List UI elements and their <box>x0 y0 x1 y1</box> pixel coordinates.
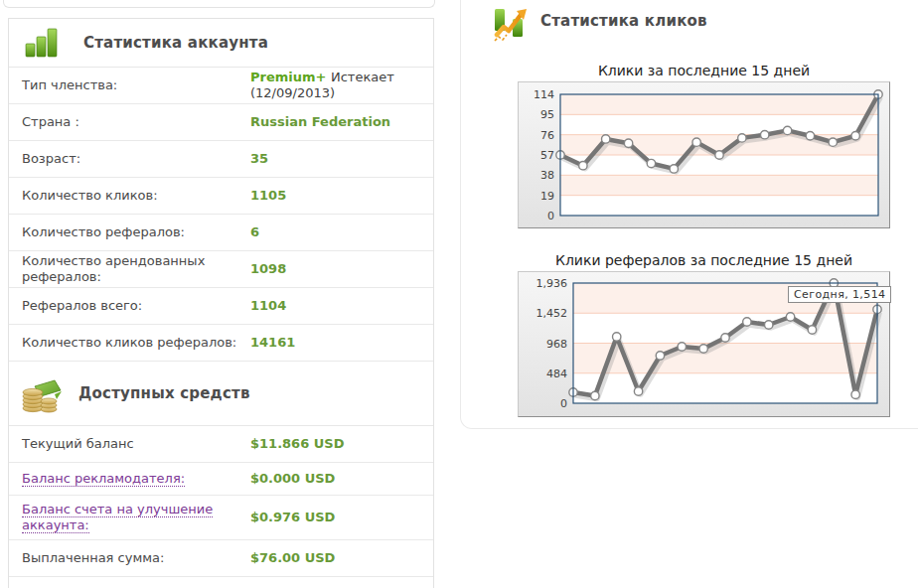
svg-text:1,936: 1,936 <box>536 277 568 290</box>
previous-panel-bottom-edge <box>3 0 435 8</box>
chart-title: Клики рефералов за последние 15 дней <box>518 251 890 271</box>
trend-chart-icon <box>491 3 531 43</box>
stat-value: 1104 <box>250 298 423 314</box>
funds-row-upgrade-balance: Баланс счета на улучшение аккаунта: $0.9… <box>9 496 433 540</box>
upgrade-balance-link[interactable]: Баланс счета на улучшение аккаунта: <box>22 502 213 533</box>
stat-label: Количество арендованных рефералов: <box>22 253 250 285</box>
svg-text:968: 968 <box>546 338 567 351</box>
stat-row-clicks: Количество кликов: 1105 <box>9 178 433 215</box>
funds-header: Доступных средств <box>9 362 433 426</box>
account-stats-panel: Статистика аккаунта Тип членства: Premiu… <box>8 18 434 588</box>
chart-title: Клики за последние 15 дней <box>518 62 890 81</box>
svg-text:0: 0 <box>547 210 554 222</box>
svg-text:1,452: 1,452 <box>536 307 568 320</box>
funds-row-balance: Текущий баланс $11.866 USD <box>9 426 433 463</box>
clicks-line-chart[interactable]: 11495765738190 <box>518 81 890 228</box>
stat-label: Количество кликов рефералов: <box>22 335 250 351</box>
stat-value: 6 <box>250 224 423 240</box>
stat-label: Рефералов всего: <box>22 298 250 314</box>
stat-row-membership: Тип членства: Premium+ Истекает (12/09/2… <box>9 68 433 104</box>
stat-row-referral-clicks: Количество кликов рефералов: 14161 <box>9 325 433 362</box>
chart-referral-clicks-15-days: Клики рефералов за последние 15 дней 1,9… <box>518 251 890 417</box>
stat-value: 14161 <box>250 335 423 351</box>
funds-title: Доступных средств <box>78 384 250 402</box>
stat-value: 1105 <box>250 188 423 204</box>
svg-text:76: 76 <box>540 129 554 142</box>
chart-clicks-15-days: Клики за последние 15 дней 1149576573819… <box>518 62 890 228</box>
account-stats-header: Статистика аккаунта <box>9 19 433 68</box>
svg-text:38: 38 <box>540 169 554 182</box>
account-stats-title: Статистика аккаунта <box>83 34 268 52</box>
stat-value: 1098 <box>250 261 423 277</box>
stat-row-rented-referrals: Количество арендованных рефералов: 1098 <box>9 251 433 288</box>
chart-tooltip: Сегодня, 1,514 <box>788 286 891 303</box>
stat-row-country: Страна : Russian Federation <box>9 104 433 141</box>
funds-label: Выплаченная сумма: <box>22 550 250 566</box>
stat-label: Количество кликов: <box>22 188 250 204</box>
funds-value: $0.000 USD <box>250 471 423 487</box>
bar-chart-icon <box>22 27 62 59</box>
stat-value: Russian Federation <box>250 114 423 130</box>
stat-label: Количество рефералов: <box>22 224 250 240</box>
stat-label: Тип членства: <box>22 77 250 93</box>
advertiser-balance-link-wrap: Баланс рекламодателя: <box>22 471 250 487</box>
stat-row-total-referrals: Рефералов всего: 1104 <box>9 288 433 325</box>
stat-value: Premium+ Истекает (12/09/2013) <box>250 70 423 101</box>
stat-row-age: Возраст: 35 <box>9 141 433 178</box>
click-stats-title: Статистика кликов <box>540 12 707 30</box>
funds-label: Текущий баланс <box>22 436 250 452</box>
stat-label: Возраст: <box>22 151 250 167</box>
svg-text:19: 19 <box>540 190 554 203</box>
svg-text:0: 0 <box>560 397 567 410</box>
stat-row-referrals: Количество рефералов: 6 <box>9 215 433 251</box>
svg-text:95: 95 <box>540 108 554 121</box>
svg-text:114: 114 <box>534 88 554 101</box>
click-stats-header: Статистика кликов <box>461 0 918 48</box>
svg-text:57: 57 <box>540 149 554 162</box>
stat-label: Страна : <box>22 114 250 130</box>
svg-text:484: 484 <box>546 368 567 380</box>
membership-type: Premium+ <box>250 70 326 84</box>
coins-icon <box>19 372 63 414</box>
stat-value: 35 <box>250 151 423 167</box>
upgrade-balance-link-wrap: Баланс счета на улучшение аккаунта: <box>22 502 250 533</box>
funds-row-paid-total: Выплаченная сумма: $76.00 USD <box>9 540 433 577</box>
funds-value: $11.866 USD <box>250 436 423 452</box>
click-stats-panel: Статистика кликов Клики за последние 15 … <box>460 0 918 429</box>
advertiser-balance-link[interactable]: Баланс рекламодателя: <box>22 471 185 487</box>
funds-row-advertiser-balance: Баланс рекламодателя: $0.000 USD <box>9 463 433 496</box>
funds-value: $76.00 USD <box>250 550 423 566</box>
funds-value: $0.976 USD <box>250 510 423 525</box>
